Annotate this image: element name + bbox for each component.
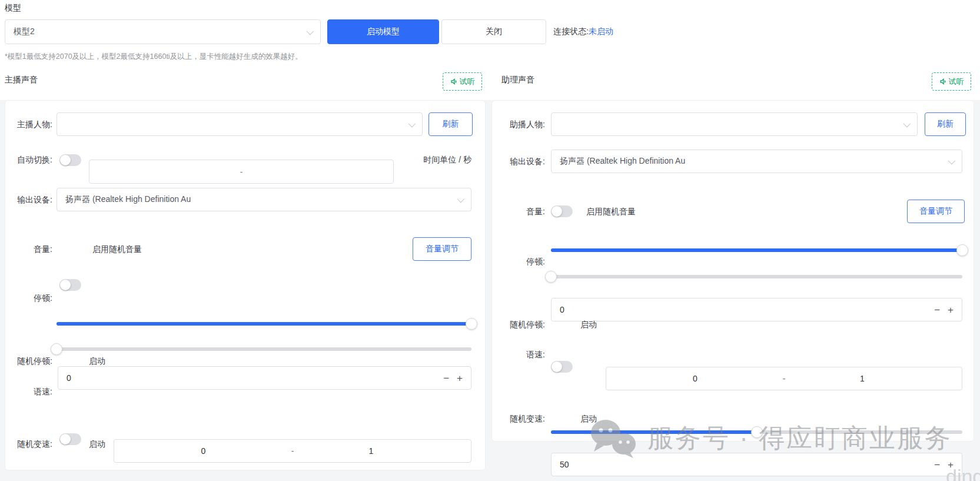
host-person-label: 主播人物:: [5, 112, 52, 136]
assistant-speed-slider[interactable]: [551, 430, 962, 434]
host-listen-button[interactable]: 试听: [443, 72, 482, 91]
host-random-volume-label: 启用随机音量: [92, 237, 142, 261]
refresh-label: 刷新: [443, 119, 459, 130]
range-dash: -: [783, 374, 786, 383]
start-model-label: 启动模型: [367, 26, 400, 37]
assistant-volume-slider-handle[interactable]: [956, 244, 968, 256]
assistant-refresh-button[interactable]: 刷新: [925, 112, 966, 136]
auto-switch-toggle[interactable]: [59, 154, 81, 166]
host-refresh-button[interactable]: 刷新: [428, 112, 473, 136]
host-speed-label: 语速:: [5, 380, 52, 403]
host-voice-title: 主播声音: [5, 75, 38, 85]
host-device-select[interactable]: 扬声器 (Realtek High Definition Au: [57, 188, 471, 211]
host-device-label: 输出设备:: [5, 188, 52, 211]
model-select[interactable]: 模型2: [5, 19, 321, 44]
host-random-pause-toggle[interactable]: [59, 433, 81, 445]
chevron-down-icon: [408, 120, 416, 127]
chevron-down-icon: [903, 120, 911, 127]
listen-label: 试听: [949, 77, 964, 87]
time-unit-label: 时间单位 / 秒: [382, 148, 471, 172]
host-pause-input[interactable]: 0 − +: [58, 366, 471, 390]
assistant-speed-slider-handle[interactable]: [751, 426, 763, 438]
assistant-random-speed-enable-label: 启动: [580, 407, 597, 430]
assistant-pause-slider-handle[interactable]: [545, 271, 557, 283]
assistant-speed-input[interactable]: 50 − +: [551, 453, 962, 476]
volume-adjust-label: 音量调节: [919, 206, 952, 217]
host-pause-label: 停顿:: [5, 286, 52, 310]
assistant-volume-slider-fill: [551, 248, 962, 252]
assistant-random-pause-range[interactable]: 0 - 1: [606, 367, 962, 390]
assistant-volume-slider[interactable]: [551, 248, 962, 252]
auto-switch-label: 自动切换:: [5, 148, 52, 172]
host-volume-slider[interactable]: [57, 322, 471, 326]
assistant-listen-button[interactable]: 试听: [932, 72, 971, 91]
chevron-down-icon: [948, 157, 956, 164]
assistant-volume-label: 音量:: [492, 200, 545, 223]
assistant-voice-title: 助理声音: [501, 75, 534, 85]
stepper: − +: [443, 367, 463, 389]
host-random-volume-toggle[interactable]: [59, 279, 81, 291]
assistant-device-label: 输出设备:: [492, 150, 545, 173]
assistant-random-pause-enable-label: 启动: [580, 313, 597, 336]
host-pause-slider-handle[interactable]: [51, 343, 62, 355]
model-note: *模型1最低支持2070及以上，模型2最低支持1660ti及以上，显卡性能越好生…: [5, 52, 303, 62]
auto-switch-interval-input[interactable]: -: [89, 160, 394, 184]
host-random-speed-label: 随机变速:: [5, 432, 52, 456]
speaker-icon: [939, 78, 947, 85]
assistant-random-pause-toggle[interactable]: [551, 361, 573, 373]
assistant-device-select[interactable]: 扬声器 (Realtek High Definition Au: [551, 150, 962, 173]
host-voice-card: 主播人物: 刷新 自动切换: - 时间单位 / 秒 输出设备: 扬声器 (Rea…: [5, 100, 486, 470]
assistant-pause-value: 0: [560, 305, 564, 314]
start-model-button[interactable]: 启动模型: [327, 19, 439, 44]
volume-adjust-label: 音量调节: [426, 244, 459, 254]
close-label: 关闭: [486, 26, 502, 37]
assistant-person-select[interactable]: [551, 112, 918, 136]
model-section-title: 模型: [5, 3, 21, 14]
assistant-person-label: 助播人物:: [492, 112, 545, 136]
status-label: 连接状态:: [553, 26, 589, 37]
range-min: 0: [201, 446, 206, 456]
minus-icon[interactable]: −: [934, 460, 940, 470]
speaker-icon: [450, 78, 458, 85]
host-pause-value: 0: [67, 373, 71, 383]
host-random-pause-label: 随机停顿:: [5, 349, 52, 373]
plus-icon[interactable]: +: [948, 305, 954, 315]
assistant-speed-slider-fill: [551, 430, 757, 434]
host-volume-adjust-button[interactable]: 音量调节: [413, 237, 471, 261]
listen-label: 试听: [460, 77, 475, 87]
chevron-down-icon: [307, 27, 314, 35]
assistant-speed-label: 语速:: [492, 343, 545, 366]
assistant-pause-input[interactable]: 0 − +: [551, 298, 962, 321]
host-random-pause-enable-label: 启动: [89, 349, 105, 373]
assistant-random-volume-toggle[interactable]: [551, 205, 573, 217]
assistant-device-value: 扬声器 (Realtek High Definition Au: [560, 156, 685, 167]
assistant-volume-adjust-button[interactable]: 音量调节: [907, 200, 965, 223]
host-random-speed-enable-label: 启动: [89, 432, 105, 456]
chevron-down-icon: [457, 195, 465, 203]
assistant-pause-slider[interactable]: [551, 275, 962, 278]
assistant-speed-value: 50: [560, 460, 569, 469]
host-pause-slider[interactable]: [57, 347, 471, 351]
minus-icon[interactable]: −: [934, 305, 940, 315]
plus-icon[interactable]: +: [457, 373, 463, 383]
stepper: − +: [934, 298, 954, 321]
range-max: 1: [368, 446, 373, 456]
host-random-pause-range[interactable]: 0 - 1: [114, 439, 471, 463]
range-max: 1: [860, 374, 865, 383]
assistant-random-pause-label: 随机停顿:: [492, 313, 545, 336]
close-button[interactable]: 关闭: [441, 19, 546, 44]
refresh-label: 刷新: [937, 119, 954, 130]
host-volume-slider-handle[interactable]: [466, 318, 477, 330]
host-device-value: 扬声器 (Realtek High Definition Au: [65, 194, 191, 205]
host-volume-slider-fill: [57, 322, 471, 326]
minus-icon[interactable]: −: [443, 373, 449, 383]
range-dash: -: [291, 446, 294, 456]
status-value: 未启动: [589, 26, 613, 37]
assistant-random-volume-label: 启用随机音量: [586, 200, 636, 223]
assistant-random-speed-label: 随机变速:: [492, 407, 545, 430]
auto-switch-value: -: [98, 167, 385, 177]
watermark-corner-text: ding: [946, 465, 980, 481]
model-select-value: 模型2: [14, 26, 35, 37]
host-person-select[interactable]: [57, 112, 423, 136]
range-min: 0: [693, 374, 697, 383]
